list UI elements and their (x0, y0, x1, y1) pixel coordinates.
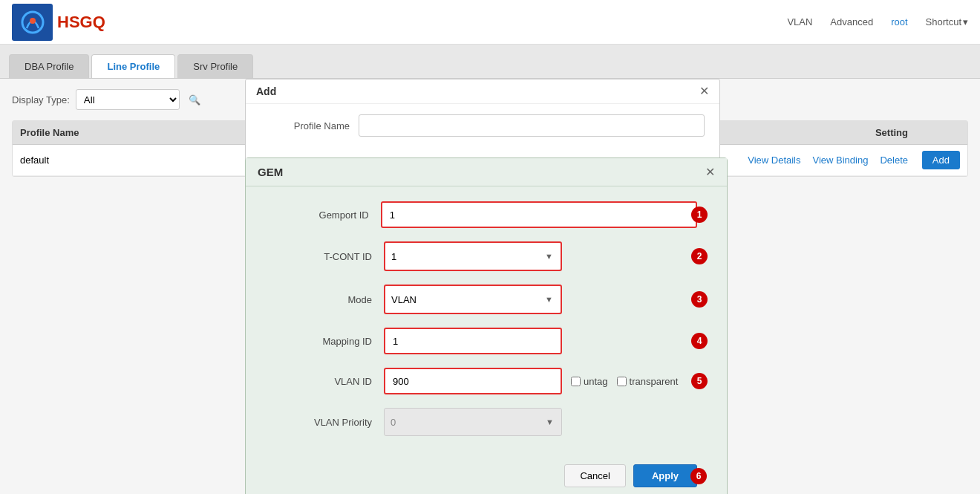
gem-modal-body: Gemport ID 1 T-CONT ID 1 2 3 2 Mode (246, 186, 727, 464)
profile-name-label: Profile Name (261, 120, 350, 131)
tab-srv-profile[interactable]: Srv Profile (177, 54, 253, 78)
transparent-label: transparent (630, 376, 679, 387)
gem-modal-title: GEM (258, 166, 283, 178)
delete-link[interactable]: Delete (880, 155, 908, 166)
mapping-id-input[interactable] (384, 328, 562, 354)
untag-checkbox[interactable] (571, 377, 581, 386)
mode-row: Mode VLAN TLS Bridge 3 (275, 285, 697, 314)
step-6-badge: 6 (690, 468, 707, 484)
svg-point-1 (30, 18, 36, 24)
logo: HSGQ (12, 4, 105, 41)
tcont-id-select-wrap: 1 2 3 (384, 241, 562, 271)
gemport-id-input[interactable] (381, 201, 697, 228)
step-4-badge: 4 (691, 333, 708, 349)
outer-modal-close-button[interactable]: ✕ (699, 85, 709, 97)
untag-label: untag (584, 376, 608, 387)
step-3-badge: 3 (691, 291, 708, 308)
profile-name-input[interactable] (359, 114, 705, 137)
user-nav[interactable]: root (891, 16, 907, 27)
vlan-priority-select[interactable]: 0 1 2 (385, 409, 561, 435)
profile-name-row: Profile Name (261, 114, 705, 137)
tcont-id-row: T-CONT ID 1 2 3 2 (275, 241, 697, 271)
view-details-link[interactable]: View Details (748, 155, 800, 166)
tab-line-profile[interactable]: Line Profile (91, 54, 175, 78)
gem-modal-header: GEM ✕ (246, 158, 727, 186)
mapping-id-label: Mapping ID (275, 336, 372, 347)
col-header-setting: Setting (834, 127, 908, 138)
mapping-id-row: Mapping ID 4 (275, 328, 697, 354)
gemport-id-row: Gemport ID 1 (275, 201, 697, 228)
apply-button[interactable]: Apply 6 (633, 464, 697, 487)
cancel-button[interactable]: Cancel (564, 464, 625, 487)
step-5-badge: 5 (691, 373, 708, 389)
add-button[interactable]: Add (922, 151, 960, 169)
gem-footer: Cancel Apply 6 (246, 464, 727, 487)
row-actions: View Details View Binding Delete (748, 155, 908, 166)
untag-wrap: untag (571, 376, 608, 387)
header-nav: VLAN Advanced root Shortcut ▾ (787, 16, 968, 27)
mode-select-wrap: VLAN TLS Bridge (384, 285, 562, 314)
tcont-id-label: T-CONT ID (275, 251, 372, 262)
display-type-select[interactable]: All (76, 89, 180, 110)
step-1-badge: 1 (691, 207, 708, 223)
gemport-id-label: Gemport ID (275, 209, 369, 221)
transparent-wrap: transparent (617, 376, 679, 387)
step-2-badge: 2 (691, 248, 708, 264)
vlan-id-row: VLAN ID untag transparent 5 (275, 368, 697, 394)
logo-box (12, 4, 53, 41)
view-binding-link[interactable]: View Binding (813, 155, 869, 166)
logo-text: HSGQ (57, 13, 105, 32)
gem-modal-close-button[interactable]: ✕ (705, 166, 715, 178)
chevron-down-icon: ▾ (963, 16, 968, 27)
vlan-priority-select-wrap: 0 1 2 (384, 408, 562, 436)
advanced-nav[interactable]: Advanced (830, 16, 873, 27)
display-type-label: Display Type: (12, 94, 70, 105)
transparent-checkbox[interactable] (617, 377, 627, 386)
vlan-id-input[interactable] (384, 368, 562, 394)
filter-search-icon: 🔍 (189, 94, 200, 105)
col-header-name: Profile Name (20, 127, 169, 138)
header: HSGQ VLAN Advanced root Shortcut ▾ (0, 0, 980, 45)
gem-modal: GEM ✕ Gemport ID 1 T-CONT ID 1 2 3 (245, 157, 728, 494)
vlan-id-row-inner: untag transparent (384, 368, 678, 394)
tab-dba-profile[interactable]: DBA Profile (9, 54, 89, 78)
mode-select[interactable]: VLAN TLS Bridge (385, 286, 561, 313)
vlan-priority-row: VLAN Priority 0 1 2 (275, 408, 697, 436)
row-profile-name: default (20, 155, 169, 166)
outer-modal-title: Add ✕ (246, 79, 719, 104)
vlan-id-label: VLAN ID (275, 376, 372, 387)
tab-bar: DBA Profile Line Profile Srv Profile (0, 45, 980, 79)
outer-modal-body: Profile Name (246, 104, 719, 156)
row-add-area: Add (915, 151, 960, 169)
shortcut-nav[interactable]: Shortcut ▾ (926, 16, 968, 27)
vlan-priority-label: VLAN Priority (275, 417, 372, 428)
col-header-add (915, 127, 960, 138)
tcont-id-select[interactable]: 1 2 3 (385, 243, 561, 270)
vlan-nav[interactable]: VLAN (787, 16, 812, 27)
main-content: Display Type: All 🔍 Profile Name Setting… (0, 79, 980, 494)
mode-label: Mode (275, 294, 372, 305)
